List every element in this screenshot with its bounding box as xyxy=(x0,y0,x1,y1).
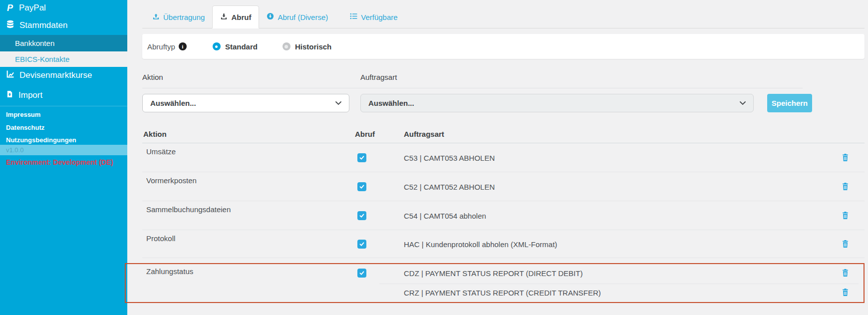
auftragsart-select[interactable]: Auswählen... xyxy=(360,94,754,112)
order-type-text: HAC | Kundenprotokoll abholen (XML-Forma… xyxy=(404,240,557,249)
order-type-text: C53 | CAMT053 ABHOLEN xyxy=(404,154,495,162)
sidebar: P PayPal Stammdaten Bankkonten EBICS-Kon… xyxy=(0,0,127,315)
column-header-auftragsart: Auftragsart xyxy=(404,130,444,138)
table-row-sammelbuchungsdateien: Sammelbuchungsdateien C54 | CAMT054 abho… xyxy=(142,201,865,230)
radio-historisch[interactable]: Historisch xyxy=(283,42,331,51)
trash-icon[interactable] xyxy=(841,211,850,220)
abruf-checkbox[interactable] xyxy=(357,211,366,220)
abruf-table: Aktion Abruf Auftragsart Umsätze C53 | C… xyxy=(142,126,865,303)
table-row-vormerkposten: Vormerkposten C52 | CAMT052 ABHOLEN xyxy=(142,172,865,201)
app-root: P PayPal Stammdaten Bankkonten EBICS-Kon… xyxy=(0,0,868,315)
sidebar-item-label: Bankkonten xyxy=(15,39,54,47)
auftragsart-section-label: Auftragsart xyxy=(360,73,397,81)
sidebar-item-stammdaten[interactable]: Stammdaten xyxy=(6,20,67,31)
paypal-icon: P xyxy=(6,3,14,12)
radio-unselected-icon[interactable] xyxy=(283,42,290,50)
upload-icon xyxy=(152,12,160,21)
trash-icon[interactable] xyxy=(841,182,850,191)
sidebar-item-devisenmarktkurse[interactable]: Devisenmarktkurse xyxy=(6,70,92,81)
check-icon xyxy=(359,241,365,247)
check-icon xyxy=(359,213,365,219)
version-label: v1.0.0 xyxy=(6,146,23,154)
section-divider xyxy=(142,88,803,88)
environment-label: Environment: Development (DE) xyxy=(6,158,113,166)
chart-line-icon xyxy=(6,70,14,81)
trash-icon[interactable] xyxy=(841,240,850,248)
order-divider xyxy=(379,284,859,284)
tab-abruf-diverse[interactable]: Abruf (Diverse) xyxy=(259,6,335,28)
abruf-checkbox[interactable] xyxy=(357,182,366,191)
tab-label: Abruf xyxy=(231,13,251,21)
tab-uebertragung[interactable]: Übertragung xyxy=(145,6,212,28)
save-button[interactable]: Speichern xyxy=(767,94,812,112)
table-row-umsaetze: Umsätze C53 | CAMT053 ABHOLEN xyxy=(142,143,865,172)
tab-label: Abruf (Diverse) xyxy=(278,13,328,21)
version-band: v1.0.0 xyxy=(0,145,127,155)
chevron-down-icon xyxy=(335,101,341,105)
sidebar-item-label: Import xyxy=(18,90,42,100)
column-header-abruf: Abruf xyxy=(355,130,375,138)
order-type-text: C54 | CAMT054 abholen xyxy=(404,212,486,220)
tab-label: Verfügbare xyxy=(361,13,397,21)
sidebar-link-nutzungsbedingungen[interactable]: Nutzungsbedingungen xyxy=(6,136,76,144)
sidebar-item-label: Stammdaten xyxy=(19,20,67,30)
chevron-down-icon xyxy=(740,101,746,105)
row-aktion-label: Vormerkposten xyxy=(146,176,197,185)
tab-verfuegbare[interactable]: Verfügbare xyxy=(342,6,405,28)
check-icon xyxy=(359,155,365,161)
sidebar-item-label: Devisenmarktkurse xyxy=(19,70,92,80)
column-header-aktion: Aktion xyxy=(143,130,167,138)
list-icon xyxy=(350,12,357,21)
aktion-section-label: Aktion xyxy=(142,73,163,81)
table-header: Aktion Abruf Auftragsart xyxy=(142,126,865,143)
radio-standard[interactable]: Standard xyxy=(213,42,258,51)
tab-label: Übertragung xyxy=(163,13,205,21)
order-type-text: CDZ | PAYMENT STATUS REPORT (DIRECT DEBI… xyxy=(404,269,582,278)
abruftyp-card: Abruftyp i Standard Historisch xyxy=(142,34,865,59)
sidebar-link-impressum[interactable]: Impressum xyxy=(6,111,40,118)
select-value: Auswählen... xyxy=(150,99,196,107)
sidebar-divider xyxy=(0,106,127,106)
sidebar-item-label: PayPal xyxy=(19,3,46,13)
file-import-icon xyxy=(6,90,13,101)
order-type-text: CRZ | PAYMENT STATUS REPORT (CREDIT TRAN… xyxy=(404,289,601,297)
abruftyp-label: Abruftyp xyxy=(147,42,175,51)
sidebar-item-ebics-kontakte[interactable]: EBICS-Kontakte xyxy=(0,51,127,67)
table-row-zahlungstatus: Zahlungstatus CDZ | PAYMENT STATUS REPOR… xyxy=(142,258,865,303)
table-row-protokoll: Protokoll HAC | Kundenprotokoll abholen … xyxy=(142,230,865,258)
circle-down-icon xyxy=(267,12,274,21)
sidebar-link-datenschutz[interactable]: Datenschutz xyxy=(6,124,44,131)
check-icon xyxy=(359,270,365,276)
sidebar-item-label: EBICS-Kontakte xyxy=(15,55,69,63)
check-icon xyxy=(359,184,365,190)
select-value: Auswählen... xyxy=(368,99,414,107)
sidebar-item-bankkonten[interactable]: Bankkonten xyxy=(0,35,127,51)
trash-icon[interactable] xyxy=(841,269,850,277)
download-icon xyxy=(220,12,228,21)
trash-icon[interactable] xyxy=(841,153,850,162)
radio-selected-icon[interactable] xyxy=(213,42,221,50)
aktion-select[interactable]: Auswählen... xyxy=(142,94,349,112)
row-aktion-label: Sammelbuchungsdateien xyxy=(146,205,231,214)
tab-abruf[interactable]: Abruf xyxy=(212,5,259,28)
radio-label: Standard xyxy=(225,42,258,51)
main-content: Übertragung Abruf Abruf (Diverse) Verfüg… xyxy=(142,0,865,315)
row-aktion-label: Zahlungstatus xyxy=(146,267,193,276)
tab-bar: Übertragung Abruf Abruf (Diverse) Verfüg… xyxy=(142,5,865,28)
abruf-checkbox[interactable] xyxy=(357,153,366,162)
abruf-checkbox[interactable] xyxy=(357,269,366,278)
radio-label: Historisch xyxy=(295,42,331,51)
info-icon[interactable]: i xyxy=(179,42,187,50)
row-aktion-label: Protokoll xyxy=(146,234,175,243)
database-icon xyxy=(6,20,14,31)
order-type-text: C52 | CAMT052 ABHOLEN xyxy=(404,183,495,191)
row-aktion-label: Umsätze xyxy=(146,147,176,156)
sidebar-item-paypal[interactable]: P PayPal xyxy=(6,3,46,13)
trash-icon[interactable] xyxy=(841,288,850,297)
sidebar-item-import[interactable]: Import xyxy=(6,90,42,101)
abruf-checkbox[interactable] xyxy=(357,240,366,249)
